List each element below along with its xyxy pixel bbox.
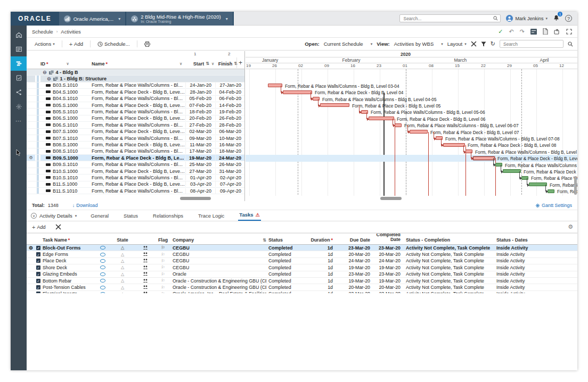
redo-icon[interactable]: ↷	[520, 28, 525, 35]
activity-row[interactable]: B11.S.1010 Form, Rebar & Place Walls/Col…	[27, 188, 244, 194]
col-duration[interactable]: Duration*	[308, 234, 333, 244]
tab-tasks[interactable]: Tasks⚠	[238, 212, 260, 221]
scrollbar-thumb[interactable]	[380, 197, 402, 200]
fullscreen-icon[interactable]	[566, 29, 572, 35]
panel-settings-gear-icon[interactable]: ⚙	[568, 223, 573, 230]
search-icon[interactable]	[568, 41, 573, 47]
undo-icon[interactable]: ↶	[509, 28, 514, 35]
assignees-icon[interactable]	[136, 264, 154, 270]
gantt-bar[interactable]	[529, 182, 547, 186]
help-button[interactable]: ?	[565, 15, 572, 22]
comment-icon[interactable]	[100, 259, 105, 263]
wbs-group-row[interactable]: ⊖ 4 - Bldg B	[27, 69, 244, 76]
col-due-date[interactable]: Due Date	[333, 234, 370, 244]
column-header-id[interactable]: ID*∨	[40, 58, 92, 69]
task-row[interactable]: ✓ Shore Deck △ ⚐ CEGBU Completed 1d 19-M…	[27, 264, 577, 271]
table-horizontal-scrollbar[interactable]	[27, 197, 244, 201]
sidebar-item-summary[interactable]	[11, 42, 27, 56]
gantt-horizontal-scrollbar[interactable]	[246, 197, 577, 201]
sidebar-item-schedule[interactable]	[11, 56, 27, 71]
task-checkbox-icon[interactable]: ✓	[36, 272, 40, 276]
col-status-completion[interactable]: Status - Completion	[406, 234, 491, 244]
filter-icon[interactable]	[481, 41, 486, 47]
col-completed-date[interactable]: CompletedDate	[370, 234, 401, 244]
gantt-bar[interactable]	[369, 117, 394, 120]
tab-general[interactable]: General	[89, 213, 110, 221]
user-menu[interactable]: Mark Jenkins ▾	[506, 15, 548, 22]
add-column-button[interactable]: +	[236, 57, 244, 68]
sidebar-item-tasks[interactable]	[11, 71, 27, 85]
comment-icon[interactable]	[100, 265, 105, 269]
tools-icon[interactable]	[55, 224, 61, 230]
gantt-bar[interactable]	[361, 110, 368, 114]
assignees-icon[interactable]	[136, 245, 154, 251]
row-gear-icon[interactable]	[27, 278, 35, 284]
assignees-icon[interactable]	[136, 258, 154, 264]
task-row[interactable]: ⚙ ✓ Block-Out Forms △ ⚐ CEGBU Completed …	[27, 245, 577, 251]
row-gear-icon[interactable]	[27, 251, 35, 257]
open-schedule-select[interactable]: Current Schedule▾	[324, 41, 372, 47]
gantt-bar[interactable]	[443, 143, 465, 147]
flag-icon[interactable]: ⚐	[161, 259, 165, 263]
activity-row[interactable]: B06.S.1000 Form, Rebar & Place Deck - Bl…	[27, 115, 244, 122]
wbs-group-row[interactable]: ⊖ 1 - Bldg B: Structure	[27, 76, 244, 82]
flag-icon[interactable]: ⚐	[161, 272, 165, 277]
column-menu-icon[interactable]: ∨	[67, 62, 69, 66]
sidebar-item-home[interactable]	[11, 28, 27, 42]
flag-icon[interactable]: ⚐	[161, 265, 165, 270]
task-checkbox-icon[interactable]: ✓	[36, 259, 40, 263]
activity-row[interactable]: B10.S.1010 Form, Rebar & Place Walls/Col…	[27, 175, 244, 181]
view-select[interactable]: Activities by WBS▾	[394, 41, 443, 47]
flag-icon[interactable]: ⚐	[161, 278, 165, 283]
gantt-bar[interactable]	[283, 90, 312, 94]
assignees-icon[interactable]	[136, 284, 154, 290]
task-row[interactable]: ✓ Place Deck △ ⚐ CEGBU Completed 1d 24-M…	[27, 258, 577, 264]
task-checkbox-icon[interactable]: ✓	[36, 252, 40, 256]
comment-icon[interactable]	[100, 286, 105, 289]
col-company[interactable]: Company	[173, 234, 258, 244]
task-checkbox-icon[interactable]: ✓	[36, 285, 40, 289]
sort-icon[interactable]: ⇅	[206, 61, 209, 66]
activity-row[interactable]: B05.S.1010 Form, Rebar & Place Walls/Col…	[27, 109, 244, 115]
activity-row[interactable]: B04.S.1010 Form, Rebar & Place Walls/Col…	[27, 96, 244, 102]
sort-icon[interactable]: ⇅	[258, 234, 266, 244]
gantt-bar[interactable]	[320, 103, 349, 107]
activity-details-control[interactable]: ∨ Activity Details ▾	[31, 213, 77, 221]
scrollbar-thumb[interactable]	[180, 197, 211, 200]
task-checkbox-icon[interactable]: ✓	[36, 265, 40, 270]
col-task-name[interactable]: Task Name*	[43, 234, 96, 244]
row-gear-icon[interactable]	[27, 264, 35, 270]
activity-row[interactable]: B11.S.1000 Form, Rebar & Place Deck - Bl…	[27, 181, 244, 188]
tab-status[interactable]: Status	[123, 213, 139, 221]
flag-icon[interactable]: ⚐	[161, 252, 165, 257]
row-gear-icon[interactable]: ⚙	[27, 155, 35, 160]
col-flag[interactable]: Flag	[154, 234, 172, 244]
download-link[interactable]: ↓ Download	[72, 203, 98, 208]
add-activity-button[interactable]: +Add	[66, 40, 87, 48]
col-status-dates[interactable]: Status - Dates	[496, 234, 571, 244]
gantt-bar[interactable]	[521, 176, 528, 180]
activity-row[interactable]: B09.S.1010 Form, Rebar & Place Walls/Col…	[27, 161, 244, 168]
sidebar-item-settings[interactable]	[11, 99, 27, 114]
gantt-bar[interactable]	[503, 169, 521, 173]
global-search[interactable]	[399, 14, 501, 22]
gantt-bar[interactable]	[495, 163, 502, 167]
activity-row[interactable]: ⚙ B09.S.1000 Form, Rebar & Place Deck - …	[27, 155, 244, 161]
activity-search-input[interactable]	[502, 41, 564, 47]
activity-row[interactable]: B03.S.1010 Form, Rebar & Place Walls/Col…	[27, 82, 244, 89]
gantt-bar[interactable]	[548, 189, 554, 193]
gantt-bar[interactable]	[466, 150, 472, 153]
col-status[interactable]: Status	[268, 234, 306, 244]
global-search-input[interactable]	[402, 15, 493, 22]
activity-row[interactable]: B05.S.1000 Form, Rebar & Place Deck - Bl…	[27, 102, 244, 109]
activity-search[interactable]	[500, 40, 564, 48]
activity-row[interactable]: B06.S.1010 Form, Rebar & Place Walls/Col…	[27, 122, 244, 128]
layout-button[interactable]: Layout▾	[447, 41, 467, 47]
column-menu-icon[interactable]: ∨	[211, 62, 214, 66]
collapse-panel-icon[interactable]: ∨	[31, 213, 37, 219]
comment-icon[interactable]	[100, 279, 105, 283]
refresh-icon[interactable]: ↻	[491, 40, 495, 47]
gantt-bar[interactable]	[313, 97, 320, 101]
row-gear-icon[interactable]	[27, 271, 35, 277]
activity-row[interactable]: B10.S.1000 Form, Rebar & Place Deck - Bl…	[27, 168, 244, 175]
